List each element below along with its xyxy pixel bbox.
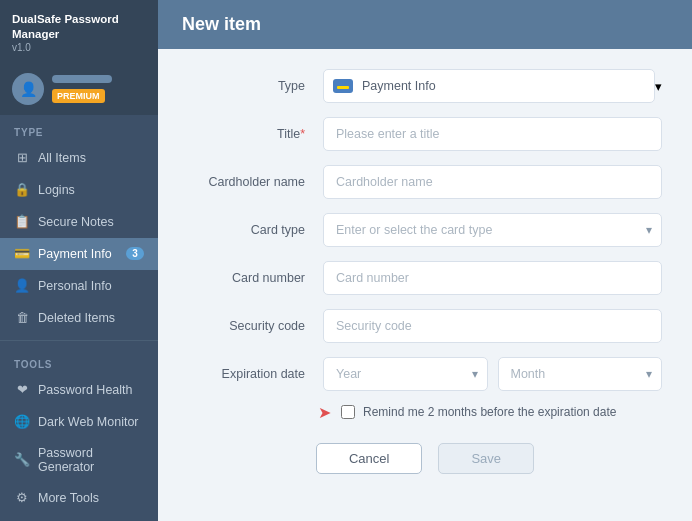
personal-info-icon: 👤: [14, 278, 30, 294]
secure-notes-icon: 📋: [14, 214, 30, 230]
sidebar-item-label: Personal Info: [38, 279, 112, 293]
tools-section-label: TOOLS: [0, 347, 158, 374]
expiry-selects: Year 2024202520262027202820292030 ▾ Mont…: [323, 357, 662, 391]
expiry-label: Expiration date: [188, 367, 323, 381]
sidebar-item-password-generator[interactable]: 🔧 Password Generator: [0, 438, 158, 482]
sidebar-item-dark-web-monitor[interactable]: 🌐 Dark Web Monitor: [0, 406, 158, 438]
card-number-label: Card number: [188, 271, 323, 285]
sidebar-item-all-items[interactable]: ⊞ All Items: [0, 142, 158, 174]
year-select-wrapper: Year 2024202520262027202820292030 ▾: [323, 357, 488, 391]
premium-badge: PREMIUM: [52, 89, 105, 103]
cardholder-row: Cardholder name: [188, 165, 662, 199]
deleted-items-icon: 🗑: [14, 310, 30, 326]
avatar: 👤: [12, 73, 44, 105]
card-type-select[interactable]: Enter or select the card type Visa Maste…: [323, 213, 662, 247]
main-body: Type Payment Info Login Secure Note Pers…: [158, 49, 692, 521]
title-input[interactable]: [323, 117, 662, 151]
sidebar-item-deleted-items[interactable]: 🗑 Deleted Items: [0, 302, 158, 334]
dark-web-monitor-icon: 🌐: [14, 414, 30, 430]
security-code-label: Security code: [188, 319, 323, 333]
sidebar-item-label: Logins: [38, 183, 75, 197]
sidebar-item-label: Secure Notes: [38, 215, 114, 229]
all-items-icon: ⊞: [14, 150, 30, 166]
type-select[interactable]: Payment Info Login Secure Note Personal …: [323, 69, 655, 103]
main-panel: New item Type Payment Info Login Secure …: [158, 0, 692, 521]
app-name: DualSafe Password Manager: [12, 12, 146, 42]
sidebar-item-label: Payment Info: [38, 247, 112, 261]
sidebar-item-label: Password Health: [38, 383, 133, 397]
card-type-label: Card type: [188, 223, 323, 237]
chevron-down-icon: ▾: [655, 79, 662, 94]
sidebar-item-payment-info[interactable]: 💳 Payment Info 3: [0, 238, 158, 270]
logins-icon: 🔒: [14, 182, 30, 198]
sidebar-divider: [0, 340, 158, 341]
card-number-input[interactable]: [323, 261, 662, 295]
save-button[interactable]: Save: [438, 443, 534, 474]
cancel-button[interactable]: Cancel: [316, 443, 422, 474]
user-info: PREMIUM: [52, 75, 146, 102]
type-label: Type: [188, 79, 323, 93]
reminder-checkbox[interactable]: [341, 405, 355, 419]
password-generator-icon: 🔧: [14, 452, 30, 468]
sidebar-item-label: Deleted Items: [38, 311, 115, 325]
reminder-row: ➤ Remind me 2 months before the expirati…: [188, 405, 662, 419]
card-type-row: Card type Enter or select the card type …: [188, 213, 662, 247]
card-type-select-wrapper: Enter or select the card type Visa Maste…: [323, 213, 662, 247]
sidebar-item-personal-info[interactable]: 👤 Personal Info: [0, 270, 158, 302]
app-version: v1.0: [12, 42, 146, 53]
sidebar-user: 👤 PREMIUM: [0, 63, 158, 115]
type-section-label: TYPE: [0, 115, 158, 142]
sidebar-item-label: Password Generator: [38, 446, 144, 474]
reminder-text: Remind me 2 months before the expiration…: [363, 405, 616, 419]
security-code-input[interactable]: [323, 309, 662, 343]
title-label: Title*: [188, 127, 323, 141]
year-select[interactable]: Year 2024202520262027202820292030: [323, 357, 488, 391]
sidebar-header: DualSafe Password Manager v1.0: [0, 0, 158, 63]
sidebar-item-label: All Items: [38, 151, 86, 165]
sidebar-item-more-tools[interactable]: ⚙ More Tools: [0, 482, 158, 514]
sidebar-item-logins[interactable]: 🔒 Logins: [0, 174, 158, 206]
cardholder-label: Cardholder name: [188, 175, 323, 189]
expiry-row: Expiration date Year 2024202520262027202…: [188, 357, 662, 391]
password-health-icon: ❤: [14, 382, 30, 398]
month-select-wrapper: Month 010203040506 070809101112 ▾: [498, 357, 663, 391]
sidebar-item-password-health[interactable]: ❤ Password Health: [0, 374, 158, 406]
type-row: Type Payment Info Login Secure Note Pers…: [188, 69, 662, 103]
page-title: New item: [182, 14, 261, 34]
user-name-bar: [52, 75, 112, 83]
sidebar-item-label: Dark Web Monitor: [38, 415, 139, 429]
sidebar-item-secure-notes[interactable]: 📋 Secure Notes: [0, 206, 158, 238]
arrow-indicator: ➤: [318, 403, 331, 422]
month-select[interactable]: Month 010203040506 070809101112: [498, 357, 663, 391]
cardholder-input[interactable]: [323, 165, 662, 199]
sidebar: DualSafe Password Manager v1.0 👤 PREMIUM…: [0, 0, 158, 521]
payment-info-badge: 3: [126, 247, 144, 260]
sidebar-item-label: More Tools: [38, 491, 99, 505]
more-tools-icon: ⚙: [14, 490, 30, 506]
payment-info-icon: 💳: [14, 246, 30, 262]
security-code-row: Security code: [188, 309, 662, 343]
card-number-row: Card number: [188, 261, 662, 295]
required-asterisk: *: [300, 127, 305, 141]
main-header: New item: [158, 0, 692, 49]
form-actions: Cancel Save: [188, 435, 662, 478]
title-row: Title*: [188, 117, 662, 151]
type-select-wrapper: Payment Info Login Secure Note Personal …: [323, 69, 662, 103]
